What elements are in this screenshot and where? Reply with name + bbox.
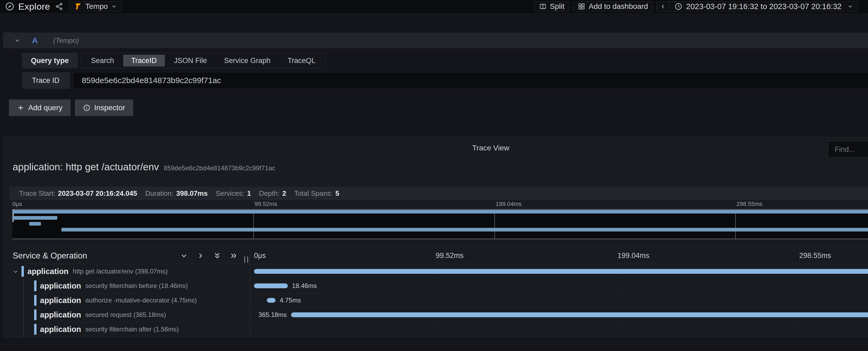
top-toolbar: Explore Tempo [0,0,868,13]
collapse-all-double-chevron-down-icon[interactable] [213,252,221,260]
expand-one-chevron-right-icon[interactable] [196,252,205,260]
time-range-back-button[interactable] [657,2,670,11]
timeline-axis: 0μs 99.52ms 199.04ms 298.55ms [250,248,868,264]
trace-view-panel: Trace View application: http get /actuat… [4,137,868,337]
query-ref-id: A [32,36,38,45]
service-color-indicator [22,266,24,277]
span-duration-bar[interactable] [291,312,868,317]
span-name: applicationauthorize -mutative-decorator… [40,293,197,308]
axis-tick-0: 0μs [254,251,266,260]
minimap-tick-0: 0μs [12,201,22,208]
span-duration-bar[interactable] [254,269,868,274]
query-type-service-graph[interactable]: Service Graph [216,55,279,67]
meta-services: Services:1 [216,189,251,198]
column-divider [250,293,250,307]
axis-tick-2: 199.04ms [618,251,649,260]
collapse-one-chevron-down-icon[interactable] [180,252,188,260]
span-list-header: Service & Operation [4,247,868,264]
split-label: Split [550,2,564,11]
inspector-label: Inspector [94,104,125,112]
span-row[interactable]: applicationsecurity filterchain before (… [4,279,868,293]
column-resize-grip[interactable] [244,256,248,263]
service-color-indicator [34,309,36,320]
span-row[interactable]: applicationauthorize -mutative-decorator… [4,293,868,308]
meta-duration: Duration:398.07ms [145,189,208,198]
chevron-down-icon [847,3,853,9]
span-duration-bar[interactable] [254,283,288,288]
service-name: application [40,296,81,305]
service-name: application [40,311,81,319]
query-type-traceql[interactable]: TraceQL [279,55,323,67]
trace-id-row: Trace ID [22,72,868,89]
dashboard-grid-icon [578,3,585,10]
clock-icon [675,2,682,10]
split-icon [539,3,547,10]
collapse-query-chevron-down-icon[interactable] [14,37,21,44]
operation-name: security filterchain before (18.46ms) [85,282,188,290]
trace-minimap[interactable] [12,209,868,239]
span-row[interactable]: applicationhttp get /actuator/env (398.0… [4,264,868,279]
span-rows: applicationhttp get /actuator/env (398.0… [4,264,868,337]
operation-name: authorize -mutative-decorator (4.75ms) [85,296,197,304]
axis-tick-1: 99.52ms [436,251,464,260]
span-duration-label: 18.46ms [292,282,317,290]
inspector-button[interactable]: Inspector [75,100,133,116]
query-type-search[interactable]: Search [83,55,122,67]
datasource-name: Tempo [85,2,108,11]
trace-title: application: http get /actuator/env [12,162,159,173]
add-query-button[interactable]: Add query [9,100,71,116]
minimap-span-bar [61,228,868,232]
span-row[interactable]: applicationsecurity filterchain after (1… [4,322,868,337]
panel-title: Trace View [472,144,509,152]
span-name: applicationsecurity filterchain before (… [40,279,188,293]
minimap-span-bar [29,222,41,225]
time-range-text: 2023-03-07 19:16:32 to 2023-03-07 20:16:… [686,2,842,11]
meta-total-spans: Total Spans:5 [294,189,339,198]
query-datasource-hint: (Tempo) [53,36,79,45]
datasource-picker[interactable]: Tempo [69,1,122,11]
share-icon[interactable] [55,2,63,10]
plus-icon [17,104,25,111]
column-divider [250,322,250,336]
query-type-traceid[interactable]: TraceID [123,55,165,67]
axis-tick-3: 298.55ms [799,251,831,260]
service-color-indicator [34,295,36,306]
explore-compass-icon [5,2,14,11]
indent-guide [23,279,24,337]
column-divider [250,264,250,278]
service-name: application [40,325,81,334]
minimap-span-bar [12,216,57,220]
minimap-span-bar [12,210,868,213]
service-name: application [40,282,81,290]
query-type-group: Search TraceID JSON File Service Graph T… [81,53,326,68]
operation-name: security filterchain after (1.56ms) [85,325,179,333]
split-button[interactable]: Split [534,1,569,11]
trace-id-label: Trace ID [22,72,70,89]
minimap-tick-2: 199.04ms [496,201,522,208]
span-duration-label: 4.75ms [280,296,301,304]
span-duration-bar[interactable] [267,298,275,303]
expand-all-double-chevron-right-icon[interactable] [230,252,238,260]
query-type-json-file[interactable]: JSON File [166,55,215,67]
add-query-label: Add query [28,104,63,112]
tempo-logo-icon [74,2,82,10]
trace-id-input[interactable] [73,72,868,89]
span-collapse-chevron-down-icon[interactable] [12,269,19,275]
operation-name: secured request (365.18ms) [85,311,166,319]
trace-meta-bar: Trace Start:2023-03-07 20:16:24.045 Dura… [9,187,868,200]
add-to-dashboard-button[interactable]: Add to dashboard [573,1,653,11]
meta-depth: Depth:2 [259,189,286,198]
service-operation-header: Service & Operation [12,251,87,260]
span-duration-label: 365.18ms [258,311,287,319]
query-row-header: A (Tempo) [3,33,868,48]
minimap-gridline [253,210,254,239]
grafana-explore-page: Explore Tempo [0,0,868,351]
trace-header: application: http get /actuator/env 859d… [12,162,275,173]
span-name: applicationsecured request (365.18ms) [40,308,166,322]
minimap-tick-3: 298.55ms [737,201,763,208]
time-range-button[interactable]: 2023-03-07 19:16:32 to 2023-03-07 20:16:… [670,2,858,11]
span-name: applicationhttp get /actuator/env (398.0… [27,264,168,279]
find-input[interactable] [828,141,868,158]
column-divider [250,308,250,322]
span-row[interactable]: applicationsecured request (365.18ms)365… [4,308,868,322]
